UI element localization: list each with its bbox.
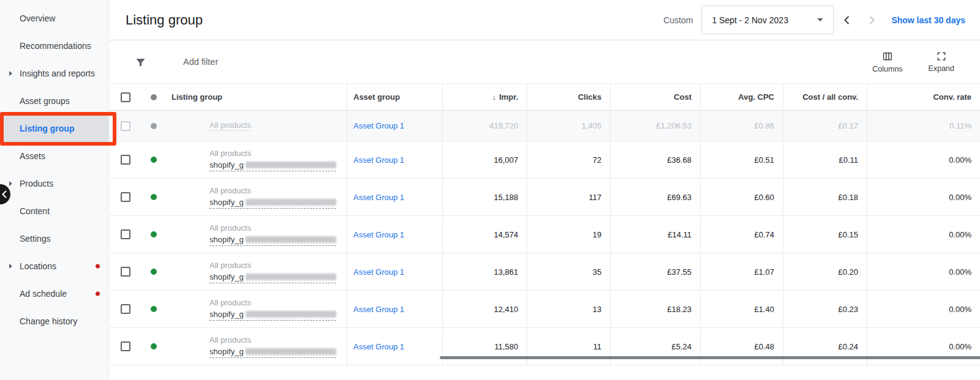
impr-cell: 12,410 <box>442 291 527 327</box>
asset-group-link[interactable]: Asset Group 1 <box>353 342 404 351</box>
clicks-cell: 13 <box>527 291 610 327</box>
listing-group-sub-text: shopify_g <box>209 198 244 207</box>
sidebar-item-content[interactable]: Content <box>0 197 108 225</box>
sidebar: Overview Recommendations Insights and re… <box>0 0 109 380</box>
avg-cpc-cell: £0.60 <box>700 179 783 215</box>
horizontal-scrollbar-thumb[interactable] <box>440 356 980 359</box>
columns-button[interactable]: Columns <box>872 51 902 73</box>
asset-group-link[interactable]: Asset Group 1 <box>353 305 404 314</box>
asset-group-link[interactable]: Asset Group 1 <box>353 230 404 239</box>
status-dot <box>151 157 157 163</box>
cost-cell: £36.68 <box>610 141 700 178</box>
top-bar: Listing group Custom 1 Sept - 2 Nov 2023… <box>109 0 980 40</box>
clicks-cell: 72 <box>527 141 610 178</box>
asset-group-link[interactable]: Asset Group 1 <box>353 267 404 277</box>
cost-all-conv-cell: £0.17 <box>783 111 867 141</box>
row-checkbox[interactable] <box>121 341 130 351</box>
listing-group-table: Listing group Asset group ↓ Impr. Clicks… <box>109 84 980 365</box>
sidebar-item-ad-schedule[interactable]: Ad schedule <box>0 280 108 307</box>
previous-period-button[interactable] <box>834 7 859 33</box>
columns-button-label: Columns <box>872 65 902 73</box>
listing-group-sub: shopify_g <box>209 310 336 321</box>
table-body: All products Asset Group 1 419,720 1,405… <box>109 111 980 365</box>
column-header-cost[interactable]: Cost <box>610 84 700 110</box>
clicks-cell: 35 <box>527 253 610 290</box>
sidebar-item-asset-groups[interactable]: Asset groups <box>0 87 108 114</box>
listing-group-name: All products <box>209 261 251 270</box>
avg-cpc-cell: £1.40 <box>700 291 783 327</box>
status-dot <box>151 343 157 349</box>
status-dot <box>151 231 157 237</box>
sidebar-item-overview[interactable]: Overview <box>0 4 108 32</box>
row-checkbox[interactable] <box>121 229 130 239</box>
expand-button[interactable]: Expand <box>929 51 954 73</box>
sidebar-item-recommendations[interactable]: Recommendations <box>0 32 108 59</box>
expand-chevron-icon <box>9 264 12 269</box>
redacted-text <box>246 274 336 280</box>
column-header-avg-cpc[interactable]: Avg. CPC <box>700 84 783 110</box>
filter-funnel-icon[interactable] <box>135 56 146 68</box>
select-all-checkbox[interactable] <box>121 92 130 102</box>
cost-cell: £5.24 <box>610 328 700 365</box>
conv-rate-cell: 0.00% <box>867 179 980 215</box>
impr-cell: 419,720 <box>442 111 527 141</box>
impr-cell: 11,580 <box>442 328 527 365</box>
listing-group-sub: shopify_g <box>209 198 336 209</box>
column-header-clicks[interactable]: Clicks <box>527 84 610 110</box>
cost-all-conv-cell: £0.11 <box>783 141 867 178</box>
sidebar-item-locations[interactable]: Locations <box>0 252 108 280</box>
cost-all-conv-cell: £0.15 <box>783 216 867 253</box>
sidebar-item-products[interactable]: Products <box>0 170 108 197</box>
cost-all-conv-cell: £0.20 <box>783 253 867 290</box>
show-last-30-days-link[interactable]: Show last 30 days <box>891 15 965 25</box>
redacted-text <box>246 311 336 318</box>
row-checkbox[interactable] <box>121 304 130 314</box>
sidebar-item-assets[interactable]: Assets <box>0 142 108 170</box>
sidebar-nav: Overview Recommendations Insights and re… <box>0 4 108 335</box>
column-header-cost-all-conv[interactable]: Cost / all conv. <box>783 84 867 110</box>
next-period-button[interactable] <box>859 7 885 33</box>
table-row: All products shopify_g Asset Group 1 15,… <box>109 179 980 216</box>
cost-cell: £37.55 <box>610 253 700 290</box>
date-range-value: 1 Sept - 2 Nov 2023 <box>712 15 788 25</box>
conv-rate-cell: 0.00% <box>867 328 980 365</box>
listing-group-name: All products <box>209 335 251 345</box>
cost-all-conv-cell: £0.24 <box>783 328 867 365</box>
sidebar-item-label: Asset groups <box>20 96 70 106</box>
cost-cell: £18.23 <box>610 291 700 327</box>
conv-rate-cell: 0.11% <box>867 111 980 141</box>
table-row: All products shopify_g Asset Group 1 16,… <box>109 141 980 179</box>
cost-all-conv-cell: £0.18 <box>783 179 867 215</box>
conv-rate-cell: 0.00% <box>867 291 980 327</box>
column-header-listing-group[interactable]: Listing group <box>172 84 347 110</box>
status-dot <box>151 306 157 312</box>
column-header-impr[interactable]: ↓ Impr. <box>442 84 527 110</box>
sidebar-item-listing-group[interactable]: Listing group <box>0 114 108 142</box>
sidebar-item-settings[interactable]: Settings <box>0 225 108 252</box>
impr-cell: 15,188 <box>442 179 527 215</box>
conv-rate-cell: 0.00% <box>867 141 980 178</box>
clicks-cell: 19 <box>527 216 610 253</box>
listing-group-name: All products <box>209 149 251 158</box>
cost-cell: £14.11 <box>610 216 700 253</box>
date-range-picker[interactable]: 1 Sept - 2 Nov 2023 <box>701 6 834 34</box>
avg-cpc-cell: £0.74 <box>700 216 783 253</box>
row-checkbox[interactable] <box>121 121 130 131</box>
column-header-conv-rate[interactable]: Conv. rate <box>867 84 980 110</box>
column-header-asset-group[interactable]: Asset group <box>347 84 442 110</box>
asset-group-link[interactable]: Asset Group 1 <box>353 121 404 130</box>
status-dot <box>151 269 157 275</box>
cost-cell: £1,206.53 <box>610 111 700 141</box>
row-checkbox[interactable] <box>121 155 130 165</box>
table-row: All products shopify_g Asset Group 1 12,… <box>109 291 980 328</box>
add-filter-button[interactable]: Add filter <box>183 57 218 67</box>
sidebar-item-change-history[interactable]: Change history <box>0 307 108 335</box>
row-checkbox[interactable] <box>121 267 130 277</box>
filter-bar: Add filter Columns Expand <box>109 40 980 84</box>
asset-group-link[interactable]: Asset Group 1 <box>353 155 404 165</box>
sidebar-item-insights-and-reports[interactable]: Insights and reports <box>0 59 108 87</box>
listing-group-sub: shopify_g <box>209 272 336 283</box>
asset-group-link[interactable]: Asset Group 1 <box>353 193 404 202</box>
notification-dot <box>96 264 100 268</box>
row-checkbox[interactable] <box>121 192 130 202</box>
